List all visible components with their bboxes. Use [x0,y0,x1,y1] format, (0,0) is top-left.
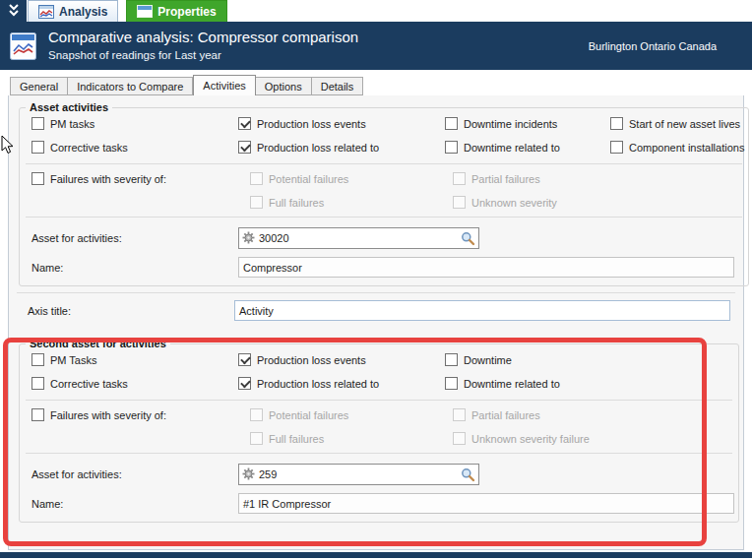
asset-name-value: Compressor [243,262,302,274]
separator [26,163,742,164]
checkbox-potential-failures: Potential failures [250,172,453,185]
checkbox-downtime-related-to-2[interactable]: Downtime related to [445,377,734,390]
checkbox-potential-failures-2: Potential failures [250,408,453,421]
second-asset-group: Second asset for activities PM Tasks Pro… [19,338,739,523]
checkbox-production-loss-events[interactable]: Production loss events [238,117,445,130]
checkbox-box [31,117,44,130]
checkbox-partial-failures: Partial failures [453,172,744,185]
checkbox-box [238,377,251,390]
checkbox-start-of-new-asset-lives[interactable]: Start of new asset lives [610,117,744,130]
checkbox-box [31,172,44,185]
checkbox-box [445,377,458,390]
tab-indicators-to-compare[interactable]: Indicators to Compare [68,77,193,95]
checkbox-pm-tasks-2[interactable]: PM Tasks [31,353,238,366]
separator [26,453,732,454]
tab-properties[interactable]: Properties [126,0,226,22]
section-title-asset-activities: Asset activities [26,101,112,113]
checkbox-full-failures-2: Full failures [250,432,453,445]
double-chevron-down-icon [7,3,21,20]
asset-name-label: Name: [31,262,238,274]
checkbox-production-loss-related-to[interactable]: Production loss related to [238,141,445,154]
checkbox-box [250,196,263,209]
asset-name-row: Name: Compressor [24,253,744,281]
checkbox-box [31,377,44,390]
checkbox-pm-tasks[interactable]: PM tasks [31,117,238,130]
asset-activities-group: Asset activities PM tasks Production los… [19,101,749,286]
checkbox-box [250,432,263,445]
search-icon[interactable] [461,231,475,246]
asset-activities-checkbox-grid: PM tasks Production loss events Downtime… [24,113,744,157]
asset-for-activities-row: Asset for activities: 30020 [24,223,744,253]
checkbox-failures-with-severity[interactable]: Failures with severity of: [31,172,250,185]
separator [26,400,732,401]
checkbox-box [250,408,263,421]
asset-for-activities-label: Asset for activities: [31,232,238,244]
property-tab-strip: General Indicators to Compare Activities… [10,75,363,95]
failures-severity-grid-2: Failures with severity of: Potential fai… [24,406,734,447]
activities-panel: Asset activities PM tasks Production los… [8,95,744,550]
tab-activities[interactable]: Activities [193,75,255,95]
checkbox-failures-with-severity-2[interactable]: Failures with severity of: [31,408,250,421]
separator [26,217,742,218]
checkbox-production-loss-events-2[interactable]: Production loss events [238,353,445,366]
checkbox-production-loss-related-to-2[interactable]: Production loss related to [238,377,445,390]
asset-for-activities-label-2: Asset for activities: [31,468,238,480]
checkbox-corrective-tasks-2[interactable]: Corrective tasks [31,377,238,390]
checkbox-box [31,408,44,421]
asset-for-activities-row-2: Asset for activities: 259 [24,460,734,489]
analysis-header: Comparative analysis: Compressor compari… [0,22,752,70]
checkbox-corrective-tasks[interactable]: Corrective tasks [31,141,238,154]
checkbox-box [445,353,458,366]
asset-name-label-2: Name: [31,498,238,510]
tab-analysis[interactable]: Analysis [28,0,118,22]
header-subtitle: Snapshot of readings for Last year [48,48,589,63]
checkbox-box [238,117,251,130]
asset-name-field-2[interactable]: #1 IR Compressor [238,493,734,514]
checkbox-box [453,432,466,445]
tab-details[interactable]: Details [312,77,364,95]
checkbox-box [31,353,44,366]
second-asset-checkbox-grid: PM Tasks Production loss events Downtime… [24,349,734,394]
top-tab-strip: Analysis Properties [0,0,752,22]
asset-for-activities-input-2[interactable]: 259 [238,464,479,485]
checkbox-box [445,117,458,130]
header-title: Comparative analysis: Compressor compari… [48,29,589,46]
checkbox-partial-failures-2: Partial failures [453,408,734,421]
tab-properties-label: Properties [157,5,216,19]
checkbox-box [445,141,458,154]
header-location: Burlington Ontario Canada [589,40,752,52]
checkbox-downtime-related-to[interactable]: Downtime related to [445,141,610,154]
checkbox-box [453,172,466,185]
asset-name-value-2: #1 IR Compressor [243,498,331,510]
asset-for-activities-input[interactable]: 30020 [238,227,479,249]
checkbox-box [238,353,251,366]
gear-icon [242,231,255,246]
axis-title-value: Activity [239,305,274,317]
search-icon[interactable] [461,467,475,482]
checkbox-downtime-incidents[interactable]: Downtime incidents [445,117,610,130]
chart-window-icon [10,31,36,61]
asset-id-value-2: 259 [259,468,457,480]
bottom-accent-bar [0,552,752,558]
checkbox-box [610,141,623,154]
checkbox-box [238,141,251,154]
tab-analysis-label: Analysis [59,5,107,19]
checkbox-full-failures: Full failures [250,196,453,209]
asset-name-field[interactable]: Compressor [238,257,734,278]
tab-options[interactable]: Options [256,77,312,95]
axis-title-label: Axis title: [28,305,234,317]
checkbox-downtime-2[interactable]: Downtime [445,353,734,366]
checkbox-box [453,196,466,209]
checkbox-box [31,141,44,154]
gear-icon [242,467,255,482]
axis-title-input[interactable]: Activity [234,300,730,321]
asset-name-row-2: Name: #1 IR Compressor [24,489,734,518]
collapse-panel-button[interactable] [0,0,27,22]
line-chart-icon [38,5,54,19]
checkbox-unknown-severity: Unknown severity [453,196,744,209]
checkbox-box [250,172,263,185]
section-title-second-asset: Second asset for activities [26,338,170,349]
window-icon [137,5,153,18]
tab-general[interactable]: General [10,77,68,95]
checkbox-component-installations[interactable]: Component installations [610,141,744,154]
